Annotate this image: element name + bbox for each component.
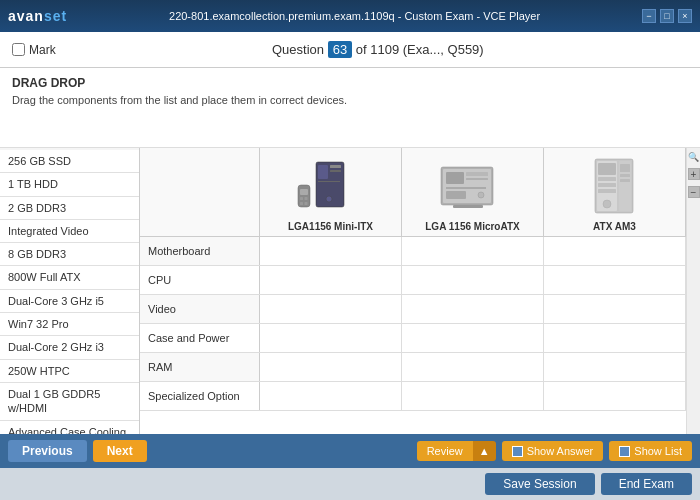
- cell-motherboard-mini-itx[interactable]: [260, 237, 402, 265]
- row-label-cpu: CPU: [140, 266, 260, 294]
- show-list-button[interactable]: Show List: [609, 441, 692, 461]
- svg-rect-26: [598, 183, 616, 187]
- bottom-nav-bar: Previous Next Review ▲ Show Answer Show …: [0, 434, 700, 468]
- close-button[interactable]: ×: [678, 9, 692, 23]
- pc-image-mini-itx: [296, 152, 366, 217]
- question-extra: (Exa..., Q559): [403, 42, 484, 57]
- svg-rect-8: [300, 197, 303, 200]
- next-button[interactable]: Next: [93, 440, 147, 462]
- component-item[interactable]: 250W HTPC: [0, 360, 139, 383]
- mark-label: Mark: [29, 43, 56, 57]
- drag-drop-area: 256 GB SSD 1 TB HDD 2 GB DDR3 Integrated…: [0, 148, 700, 434]
- row-label-ram: RAM: [140, 353, 260, 381]
- components-list: 256 GB SSD 1 TB HDD 2 GB DDR3 Integrated…: [0, 148, 140, 434]
- mark-checkbox[interactable]: [12, 43, 25, 56]
- component-item[interactable]: 2 GB DDR3: [0, 197, 139, 220]
- minimize-button[interactable]: −: [642, 9, 656, 23]
- svg-rect-24: [598, 163, 616, 175]
- component-item[interactable]: 800W Full ATX: [0, 266, 139, 289]
- grid-row-specialized: Specialized Option: [140, 382, 686, 411]
- main-container: Mark Question 63 of 1109 (Exa..., Q559) …: [0, 32, 700, 500]
- question-text-area: DRAG DROP Drag the components from the l…: [0, 68, 700, 148]
- svg-rect-16: [466, 178, 488, 180]
- cell-case-micro-atx[interactable]: [402, 324, 544, 352]
- pc-headers-row: LGA1156 Mini-ITX: [140, 148, 686, 237]
- search-icon[interactable]: 🔍: [688, 152, 699, 162]
- maximize-button[interactable]: □: [660, 9, 674, 23]
- question-panel: DRAG DROP Drag the components from the l…: [0, 68, 700, 434]
- component-item[interactable]: 1 TB HDD: [0, 173, 139, 196]
- question-type: DRAG DROP: [12, 76, 688, 90]
- svg-rect-29: [620, 164, 630, 172]
- grid-row-case-power: Case and Power: [140, 324, 686, 353]
- end-exam-button[interactable]: End Exam: [601, 473, 692, 495]
- review-dropdown-button[interactable]: ▲: [473, 441, 496, 461]
- cell-case-atx-am3[interactable]: [544, 324, 686, 352]
- empty-header: [140, 148, 260, 236]
- pc-name-micro-atx: LGA 1156 MicroATX: [425, 221, 519, 232]
- component-item[interactable]: Dual-Core 2 GHz i3: [0, 336, 139, 359]
- cell-motherboard-atx-am3[interactable]: [544, 237, 686, 265]
- cell-case-mini-itx[interactable]: [260, 324, 402, 352]
- cell-video-atx-am3[interactable]: [544, 295, 686, 323]
- question-label: Question: [272, 42, 324, 57]
- cell-video-mini-itx[interactable]: [260, 295, 402, 323]
- zoom-out-button[interactable]: −: [688, 186, 700, 198]
- svg-rect-18: [446, 191, 466, 199]
- row-label-video: Video: [140, 295, 260, 323]
- answer-checkbox-icon: [512, 446, 523, 457]
- window-title: 220-801.examcollection.premium.exam.1109…: [67, 10, 642, 22]
- svg-rect-25: [598, 177, 616, 181]
- save-session-button[interactable]: Save Session: [485, 473, 594, 495]
- previous-button[interactable]: Previous: [8, 440, 87, 462]
- review-button[interactable]: Review: [417, 441, 473, 461]
- component-item[interactable]: Dual 1 GB GDDR5 w/HDMI: [0, 383, 139, 421]
- component-item[interactable]: Integrated Video: [0, 220, 139, 243]
- show-answer-button[interactable]: Show Answer: [502, 441, 604, 461]
- question-info: Question 63 of 1109 (Exa..., Q559): [68, 42, 688, 57]
- cell-ram-micro-atx[interactable]: [402, 353, 544, 381]
- component-item[interactable]: Dual-Core 3 GHz i5: [0, 290, 139, 313]
- grid-row-cpu: CPU: [140, 266, 686, 295]
- cell-specialized-atx-am3[interactable]: [544, 382, 686, 410]
- cell-specialized-micro-atx[interactable]: [402, 382, 544, 410]
- review-button-group: Review ▲: [417, 441, 496, 461]
- question-header: Mark Question 63 of 1109 (Exa..., Q559): [0, 32, 700, 68]
- cell-cpu-atx-am3[interactable]: [544, 266, 686, 294]
- component-item[interactable]: 8 GB DDR3: [0, 243, 139, 266]
- pc-column-micro-atx: LGA 1156 MicroATX: [402, 148, 544, 236]
- show-list-label: Show List: [634, 445, 682, 457]
- pc-column-atx-am3: ATX AM3: [544, 148, 686, 236]
- right-panel-icons: 🔍 + −: [686, 148, 700, 434]
- cell-motherboard-micro-atx[interactable]: [402, 237, 544, 265]
- svg-rect-30: [620, 174, 630, 177]
- cell-cpu-mini-itx[interactable]: [260, 266, 402, 294]
- title-bar: avanset 220-801.examcollection.premium.e…: [0, 0, 700, 32]
- pc-image-atx-am3: [580, 152, 650, 217]
- svg-rect-14: [446, 172, 464, 184]
- row-label-specialized: Specialized Option: [140, 382, 260, 410]
- svg-rect-9: [304, 197, 307, 200]
- zoom-in-button[interactable]: +: [688, 168, 700, 180]
- grid-container: LGA1156 Mini-ITX: [140, 148, 686, 434]
- show-list-group: Show List: [609, 441, 692, 461]
- content-area: DRAG DROP Drag the components from the l…: [0, 68, 700, 434]
- window-controls[interactable]: − □ ×: [642, 9, 692, 23]
- pc-name-mini-itx: LGA1156 Mini-ITX: [288, 221, 373, 232]
- cell-video-micro-atx[interactable]: [402, 295, 544, 323]
- cell-specialized-mini-itx[interactable]: [260, 382, 402, 410]
- svg-rect-15: [466, 172, 488, 176]
- footer-bar: Save Session End Exam: [0, 468, 700, 500]
- question-instruction: Drag the components from the list and pl…: [12, 94, 688, 106]
- component-item[interactable]: 256 GB SSD: [0, 150, 139, 173]
- svg-rect-1: [318, 165, 328, 179]
- mark-section[interactable]: Mark: [12, 43, 56, 57]
- cell-cpu-micro-atx[interactable]: [402, 266, 544, 294]
- svg-rect-3: [330, 170, 341, 172]
- svg-rect-27: [598, 189, 616, 193]
- component-item[interactable]: Win7 32 Pro: [0, 313, 139, 336]
- svg-point-5: [326, 196, 332, 202]
- component-item-advanced-case-cooling[interactable]: Advanced Case Cooling: [0, 421, 139, 434]
- cell-ram-mini-itx[interactable]: [260, 353, 402, 381]
- cell-ram-atx-am3[interactable]: [544, 353, 686, 381]
